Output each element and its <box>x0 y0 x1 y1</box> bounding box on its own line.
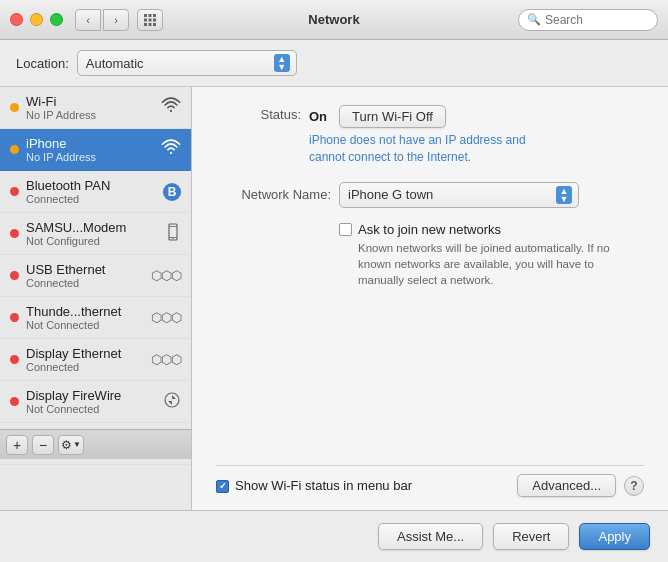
ask-to-join-row: Ask to join new networks Known networks … <box>339 222 644 288</box>
net-name-wifi: Wi-Fi <box>26 94 156 109</box>
iphone-wifi-icon <box>161 139 181 160</box>
sidebar-item-bluetooth[interactable]: Bluetooth PAN Connected B <box>0 171 191 213</box>
window-title: Network <box>308 12 359 27</box>
sidebar-item-display-firewire[interactable]: Display FireWire Not Connected <box>0 381 191 423</box>
status-description: iPhone does not have an IP address andca… <box>309 132 569 166</box>
status-dot-samsung <box>10 229 19 238</box>
network-name-value: iPhone G town <box>348 187 433 202</box>
grid-button[interactable] <box>137 9 163 31</box>
net-status-iphone: No IP Address <box>26 151 156 163</box>
location-dropdown-arrow: ▲ ▼ <box>274 54 290 72</box>
net-name-display-ethernet: Display Ethernet <box>26 346 146 361</box>
location-label: Location: <box>16 56 69 71</box>
sidebar-item-iphone[interactable]: iPhone No IP Address <box>0 129 191 171</box>
bottom-options: Show Wi-Fi status in menu bar Advanced..… <box>216 465 644 501</box>
status-dot-wifi <box>10 103 19 112</box>
detail-panel: Status: On Turn Wi-Fi Off iPhone does no… <box>192 87 668 511</box>
status-dot-usb-ethernet <box>10 271 19 280</box>
ethernet-icon-display: ⬡⬡⬡ <box>151 352 181 367</box>
gear-icon: ⚙ <box>61 438 72 452</box>
bluetooth-icon: B <box>163 183 181 201</box>
net-name-usb-ethernet: USB Ethernet <box>26 262 146 277</box>
show-wifi-checkbox[interactable] <box>216 480 229 493</box>
svg-rect-2 <box>153 14 156 17</box>
sidebar-item-usb-ethernet[interactable]: USB Ethernet Connected ⬡⬡⬡ <box>0 255 191 297</box>
net-name-thunderethernet: Thunde...thernet <box>26 304 146 319</box>
location-bar: Location: Automatic ▲ ▼ <box>0 40 668 87</box>
remove-network-button[interactable]: − <box>32 435 54 455</box>
ask-to-join-label: Ask to join new networks <box>358 222 638 237</box>
sidebar-item-thunderethernet[interactable]: Thunde...thernet Not Connected ⬡⬡⬡ <box>0 297 191 339</box>
phone-icon <box>165 223 181 244</box>
network-name-arrow: ▲ ▼ <box>556 186 572 204</box>
svg-rect-7 <box>149 23 152 26</box>
turn-wifi-button[interactable]: Turn Wi-Fi Off <box>339 105 446 128</box>
svg-rect-0 <box>144 14 147 17</box>
minimize-button[interactable] <box>30 13 43 26</box>
back-button[interactable]: ‹ <box>75 9 101 31</box>
assist-me-button[interactable]: Assist Me... <box>378 523 483 550</box>
net-name-bluetooth: Bluetooth PAN <box>26 178 158 193</box>
firewire-icon <box>163 391 181 412</box>
status-row: Status: On Turn Wi-Fi Off iPhone does no… <box>216 105 644 166</box>
status-dot-thunderethernet <box>10 313 19 322</box>
net-status-wifi: No IP Address <box>26 109 156 121</box>
svg-rect-4 <box>149 18 152 21</box>
apply-button[interactable]: Apply <box>579 523 650 550</box>
location-dropdown[interactable]: Automatic ▲ ▼ <box>77 50 297 76</box>
sidebar-item-wifi[interactable]: Wi-Fi No IP Address <box>0 87 191 129</box>
sidebar-item-display-ethernet[interactable]: Display Ethernet Connected ⬡⬡⬡ <box>0 339 191 381</box>
show-wifi-label: Show Wi-Fi status in menu bar <box>235 478 412 493</box>
net-status-samsung: Not Configured <box>26 235 160 247</box>
nav-arrows: ‹ › <box>75 9 129 31</box>
titlebar: ‹ › Network 🔍 <box>0 0 668 40</box>
network-name-label: Network Name: <box>216 187 331 202</box>
status-dot-iphone <box>10 145 19 154</box>
gear-dropdown-button[interactable]: ⚙ ▼ <box>58 435 84 455</box>
sidebar-toolbar: + − ⚙ ▼ <box>0 429 192 459</box>
svg-rect-8 <box>153 23 156 26</box>
ask-to-join-description: Known networks will be joined automatica… <box>358 240 638 288</box>
spacer <box>216 296 644 465</box>
show-wifi-area: Show Wi-Fi status in menu bar <box>216 478 412 493</box>
status-label: Status: <box>216 105 301 122</box>
help-button[interactable]: ? <box>624 476 644 496</box>
svg-rect-1 <box>149 14 152 17</box>
search-icon: 🔍 <box>527 13 541 26</box>
network-name-dropdown[interactable]: iPhone G town ▲ ▼ <box>339 182 579 208</box>
svg-rect-3 <box>144 18 147 21</box>
net-status-bluetooth: Connected <box>26 193 158 205</box>
svg-rect-6 <box>144 23 147 26</box>
gear-dropdown-arrow: ▼ <box>73 440 81 449</box>
sidebar-item-samsung[interactable]: SAMSU...Modem Not Configured <box>0 213 191 255</box>
traffic-lights <box>10 13 63 26</box>
add-network-button[interactable]: + <box>6 435 28 455</box>
status-dot-display-firewire <box>10 397 19 406</box>
net-status-thunderethernet: Not Connected <box>26 319 146 331</box>
svg-point-11 <box>172 238 173 239</box>
close-button[interactable] <box>10 13 23 26</box>
search-box[interactable]: 🔍 <box>518 9 658 31</box>
net-name-samsung: SAMSU...Modem <box>26 220 160 235</box>
search-input[interactable] <box>545 13 649 27</box>
ask-to-join-checkbox[interactable] <box>339 223 352 236</box>
action-bar: Assist Me... Revert Apply <box>0 510 668 562</box>
main-content: Wi-Fi No IP Address iPhone No IP Address <box>0 87 668 511</box>
ethernet-icon-thunder: ⬡⬡⬡ <box>151 310 181 325</box>
net-status-display-firewire: Not Connected <box>26 403 158 415</box>
net-name-display-firewire: Display FireWire <box>26 388 158 403</box>
wifi-icon <box>161 97 181 118</box>
advanced-button[interactable]: Advanced... <box>517 474 616 497</box>
net-name-iphone: iPhone <box>26 136 156 151</box>
status-dot-display-ethernet <box>10 355 19 364</box>
forward-button[interactable]: › <box>103 9 129 31</box>
maximize-button[interactable] <box>50 13 63 26</box>
net-status-usb-ethernet: Connected <box>26 277 146 289</box>
status-value: On <box>309 109 327 124</box>
ethernet-icon-usb: ⬡⬡⬡ <box>151 268 181 283</box>
network-name-row: Network Name: iPhone G town ▲ ▼ <box>216 182 644 208</box>
svg-rect-5 <box>153 18 156 21</box>
revert-button[interactable]: Revert <box>493 523 569 550</box>
location-value: Automatic <box>86 56 144 71</box>
net-status-display-ethernet: Connected <box>26 361 146 373</box>
